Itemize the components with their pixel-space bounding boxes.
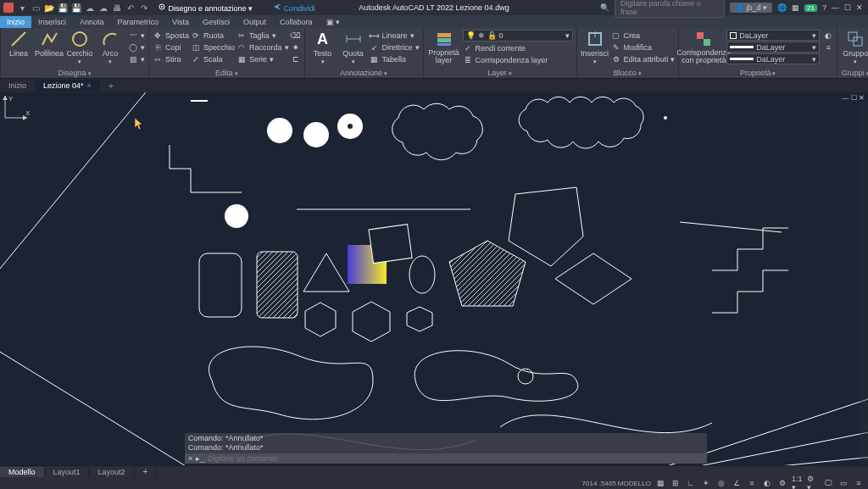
group-button[interactable]: Gruppo▾	[841, 30, 868, 65]
match-layer-button[interactable]: ≣Corrispondenza layer	[463, 54, 573, 65]
stretch-button[interactable]: ⇿Stira	[153, 53, 189, 64]
linetype-combo[interactable]: DaLayer▾	[726, 53, 820, 64]
color-combo[interactable]: DaLayer▾	[726, 30, 820, 41]
dim-button[interactable]: Quota▾	[339, 30, 368, 65]
edit-block-button[interactable]: ✎Modifica	[611, 42, 676, 53]
workspace-status-icon[interactable]: ⚙ ▾	[807, 478, 819, 488]
otrack-toggle-icon[interactable]: ∠	[731, 478, 743, 488]
close-tab-icon[interactable]: ×	[87, 81, 92, 90]
qat-menu-dropdown[interactable]: ▾	[17, 3, 27, 13]
text-button[interactable]: A Testo▾	[309, 30, 337, 65]
maximize-icon[interactable]: ☐	[844, 3, 851, 12]
ribbon-tab-inizio[interactable]: Inizio	[0, 16, 31, 28]
user-signin-button[interactable]: 👤 jb_d ▾	[730, 3, 772, 13]
layout-tab-model[interactable]: Modello	[0, 467, 45, 477]
help-icon[interactable]: ?	[822, 3, 826, 12]
layer-dropdown[interactable]: 💡 ❄ 🔓 0▾	[463, 30, 573, 42]
create-block-button[interactable]: ▢Crea	[611, 30, 676, 41]
qat-save-icon[interactable]: 💾	[58, 3, 68, 13]
scale-button[interactable]: ⤢Scala	[191, 53, 235, 64]
mirror-button[interactable]: ◫Specchio	[191, 42, 235, 53]
offset-button[interactable]: ⊏	[291, 53, 301, 64]
ellipse-button[interactable]: ◯▾	[128, 42, 145, 53]
qat-new-icon[interactable]: ▭	[31, 3, 41, 13]
transparency-toggle-icon[interactable]: ◐	[761, 478, 773, 488]
help-search-input[interactable]: Digitare parola chiave o frase	[615, 0, 725, 18]
ribbon-tab-vista[interactable]: Vista	[165, 16, 196, 28]
snap-toggle-icon[interactable]: ⊞	[670, 478, 682, 488]
qat-cloud-save-icon[interactable]: ☁	[98, 3, 108, 13]
list-button[interactable]: ≡	[823, 42, 833, 53]
fillet-button[interactable]: ◠Raccorda ▾	[236, 42, 289, 53]
layout-tab-2[interactable]: Layout2	[90, 467, 135, 477]
ribbon-tab-annota[interactable]: Annota	[73, 16, 111, 28]
trim-button[interactable]: ✂Taglia ▾	[236, 30, 289, 41]
grid-toggle-icon[interactable]: ▦	[654, 478, 666, 488]
filetab-start[interactable]: Inizio	[0, 80, 35, 92]
panel-title-blocco[interactable]: Blocco▾	[581, 68, 676, 78]
spline-button[interactable]: 〰▾	[128, 30, 145, 41]
panel-title-gruppi[interactable]: Gruppi▾	[841, 68, 868, 78]
polyline-button[interactable]: Polilinea	[35, 30, 64, 58]
rotate-button[interactable]: ⟳Ruota	[191, 30, 235, 41]
copy-button[interactable]: ⎘Copi	[153, 42, 189, 53]
qat-cloud-open-icon[interactable]: ☁	[85, 3, 95, 13]
panel-title-edita[interactable]: Edita▾	[153, 68, 301, 78]
erase-button[interactable]: ⌫	[291, 30, 301, 41]
minimize-icon[interactable]: —	[832, 3, 839, 12]
command-window[interactable]: Comando: *Annullato* Comando: *Annullato…	[185, 433, 707, 464]
line-button[interactable]: Linea	[4, 30, 33, 58]
move-button[interactable]: ✥Sposta	[153, 30, 189, 41]
ribbon-tab-gestisci[interactable]: Gestisci	[196, 16, 236, 28]
arc-button[interactable]: Arco▾	[96, 30, 125, 65]
panel-title-annotazione[interactable]: Annotazione▾	[309, 68, 420, 78]
layout-tab-add[interactable]: +	[135, 466, 158, 477]
notification-badge[interactable]: 21	[804, 4, 817, 12]
table-button[interactable]: ▦Tabella	[370, 53, 420, 64]
osnap-toggle-icon[interactable]: ◎	[715, 478, 727, 488]
dim-linear-button[interactable]: ⟷Lineare ▾	[370, 30, 420, 41]
workspace-switcher[interactable]: Disegno e annotazione ▾	[158, 3, 253, 13]
ribbon-tab-inserisci[interactable]: Inserisci	[31, 16, 73, 28]
qat-saveas-icon[interactable]: 💾	[71, 3, 81, 13]
circle-button[interactable]: Cerchio▾	[65, 30, 94, 65]
layer-properties-button[interactable]: Proprietà layer	[427, 30, 461, 64]
panel-title-proprieta[interactable]: Proprietà▾	[682, 68, 833, 78]
panel-title-disegna[interactable]: Disegna▾	[4, 68, 145, 78]
panel-title-layer[interactable]: Layer▾	[427, 68, 573, 78]
share-button[interactable]: Condividi	[273, 3, 315, 13]
close-icon[interactable]: ✕	[856, 3, 863, 12]
web-icon[interactable]: 🌐	[777, 3, 787, 12]
insert-block-button[interactable]: Inserisci▾	[581, 30, 609, 65]
qat-redo-icon[interactable]: ↷	[139, 3, 149, 13]
filetab-add[interactable]: +	[100, 79, 122, 92]
qat-open-icon[interactable]: 📂	[44, 3, 54, 13]
filetab-active[interactable]: Lezione 04*×	[35, 80, 100, 92]
qat-undo-icon[interactable]: ↶	[125, 3, 136, 13]
monitor-icon[interactable]: 🖵	[822, 478, 834, 488]
make-current-button[interactable]: ✓Rendi corrente	[463, 42, 573, 53]
ortho-toggle-icon[interactable]: ∟	[685, 478, 697, 488]
lineweight-combo[interactable]: DaLayer▾	[726, 42, 820, 53]
match-prop-button[interactable]: Corrispondenza con proprietà	[682, 30, 725, 64]
app-store-icon[interactable]: ▦	[792, 3, 799, 12]
clean-screen-icon[interactable]: ▭	[837, 478, 849, 488]
array-button[interactable]: ▦Serie ▾	[236, 53, 289, 64]
edit-attr-button[interactable]: ⚙Edita attributi ▾	[611, 53, 676, 64]
qat-plot-icon[interactable]: 🖶	[112, 3, 122, 13]
ribbon-tab-output[interactable]: Output	[236, 16, 273, 28]
hatch-button[interactable]: ▨▾	[128, 53, 145, 64]
layout-tab-1[interactable]: Layout1	[45, 467, 90, 477]
command-input[interactable]	[208, 454, 704, 463]
customize-status-icon[interactable]: ≡	[853, 478, 865, 488]
ribbon-tab-featured[interactable]: ▣ ▾	[320, 16, 348, 28]
drawing-canvas[interactable]: — ☐ ✕ Y X Comando: *Annullato* Comando: …	[0, 92, 868, 465]
qprops-toggle-icon[interactable]: ⚙	[776, 478, 788, 488]
leader-button[interactable]: ↙Direttrice ▾	[370, 42, 420, 53]
ribbon-tab-collabora[interactable]: Collabora	[273, 16, 320, 28]
polar-toggle-icon[interactable]: ✶	[700, 478, 712, 488]
explode-button[interactable]: ✷	[291, 42, 301, 53]
annoscale-icon[interactable]: 1:1 ▾	[792, 478, 804, 488]
ribbon-tab-parametrico[interactable]: Parametrico	[111, 16, 166, 28]
command-close-icon[interactable]: ×	[188, 454, 192, 463]
